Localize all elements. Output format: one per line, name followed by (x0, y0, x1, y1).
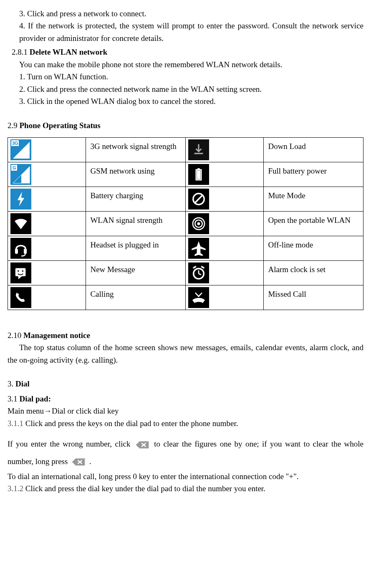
svg-marker-34 (72, 459, 85, 466)
missed-call-icon (188, 287, 209, 308)
step-4: 4. If the network is protected, the syst… (8, 20, 363, 44)
desc-cell: Alarm clock is set (264, 260, 363, 285)
svg-point-24 (22, 270, 24, 272)
heading-281-num: 2.8.1 (12, 48, 28, 56)
status-icon-table: 3G 3G network signal strength Down Load … (8, 137, 363, 310)
icon-cell (185, 236, 263, 260)
wrong-num-c: . (89, 457, 91, 466)
intl-line: To dial an international call, long pres… (8, 470, 363, 482)
icon-cell (8, 285, 86, 310)
table-row: Battery charging Mute Mode (8, 187, 363, 211)
svg-line-15 (194, 195, 202, 203)
heading-31: 3.1 Dial pad: (8, 393, 363, 405)
full-battery-icon (188, 164, 209, 185)
svg-rect-11 (197, 168, 199, 170)
section-312-num: 3.1.2 (8, 484, 23, 493)
table-row: Calling Missed Call (8, 285, 363, 310)
desc-cell: Mute Mode (264, 187, 363, 211)
section-31-lead: Main menu→Dial or click dial key (8, 405, 363, 417)
download-icon (188, 139, 209, 160)
desc-cell: GSM network using (86, 162, 186, 187)
svg-marker-13 (18, 192, 25, 206)
heading-3-num: 3. (8, 379, 13, 388)
gsm-signal-icon: G (10, 164, 31, 185)
icon-cell (8, 260, 86, 285)
heading-3-title: Dial (15, 379, 30, 388)
heading-3: 3. Dial (8, 378, 363, 390)
svg-marker-31 (136, 441, 149, 448)
section-312: 3.1.2 Click and press the dial key under… (8, 482, 363, 495)
portable-wlan-icon (188, 213, 209, 234)
svg-rect-3 (194, 153, 203, 154)
icon-cell (8, 187, 86, 211)
table-row: WLAN signal strength Open the portable W… (8, 211, 363, 236)
calling-icon (10, 287, 31, 308)
svg-marker-22 (18, 276, 22, 279)
heading-210: 2.10 Management notice (8, 329, 363, 341)
icon-cell (185, 285, 263, 310)
svg-rect-12 (197, 170, 201, 179)
desc-cell: Headset is plugged in (86, 236, 186, 260)
table-row: 3G 3G network signal strength Down Load (8, 137, 363, 162)
section-281-lead: You can make the mobile phone not store … (8, 58, 363, 71)
heading-31-num: 3.1 (8, 394, 18, 403)
svg-point-16 (197, 222, 200, 225)
heading-210-num: 2.10 (8, 331, 21, 340)
heading-31-title: Dial pad: (20, 394, 51, 403)
icon-cell (8, 236, 86, 260)
desc-cell: Open the portable WLAN (264, 211, 363, 236)
section-312-body: Click and press the dial key under the d… (25, 484, 265, 493)
mute-mode-icon (188, 189, 209, 209)
3g-signal-icon: 3G (10, 139, 31, 160)
wlan-signal-icon (10, 213, 31, 234)
heading-210-title: Management notice (23, 331, 90, 340)
headset-icon (10, 238, 31, 259)
svg-line-28 (193, 266, 196, 268)
icon-cell: G (8, 162, 86, 187)
svg-text:3G: 3G (12, 141, 18, 146)
airplane-mode-icon (188, 238, 209, 259)
new-message-icon (10, 262, 31, 283)
wrong-num-a: If you enter the wrong number, click (8, 439, 134, 448)
icon-cell (185, 137, 263, 162)
desc-cell: Down Load (264, 137, 363, 162)
section-311-body: Click and press the keys on the dial pad… (25, 419, 238, 428)
icon-cell (185, 211, 263, 236)
table-row: Headset is plugged in Off-line mode (8, 236, 363, 260)
icon-cell (185, 260, 263, 285)
svg-rect-20 (24, 249, 27, 254)
section-210-body: The top status column of the home screen… (8, 341, 363, 366)
section-281-step2: 2. Click and press the connected network… (8, 83, 363, 95)
heading-29: 2.9 Phone Operating Status (8, 119, 363, 131)
section-281-step1: 1. Turn on WLAN function. (8, 71, 363, 83)
battery-charging-icon (10, 189, 31, 209)
section-311-num: 3.1.1 (8, 419, 23, 428)
section-281-step3: 3. Click in the opened WLAN dialog box t… (8, 95, 363, 107)
wrong-number-line: If you enter the wrong number, click to … (8, 435, 363, 470)
svg-point-23 (18, 270, 19, 272)
heading-29-num: 2.9 (8, 121, 18, 130)
heading-281: 2.8.1 Delete WLAN network (8, 46, 363, 58)
desc-cell: WLAN signal strength (86, 211, 186, 236)
desc-cell: New Message (86, 260, 186, 285)
backspace-icon (71, 457, 86, 467)
desc-cell: Off-line mode (264, 236, 363, 260)
desc-cell: Calling (86, 285, 186, 310)
table-row: New Message Alarm clock is set (8, 260, 363, 285)
svg-marker-30 (197, 296, 199, 298)
svg-line-27 (199, 274, 201, 275)
svg-rect-19 (15, 249, 18, 254)
step-3: 3. Click and press a network to connect. (8, 8, 363, 20)
desc-cell: Missed Call (264, 285, 363, 310)
desc-cell: 3G network signal strength (86, 137, 186, 162)
heading-29-title: Phone Operating Status (20, 121, 101, 130)
svg-line-29 (201, 266, 204, 268)
backspace-icon (135, 440, 149, 449)
section-311: 3.1.1 Click and press the keys on the di… (8, 417, 363, 429)
icon-cell: 3G (8, 137, 86, 162)
icon-cell (8, 211, 86, 236)
svg-text:G: G (13, 165, 16, 170)
icon-cell (185, 162, 263, 187)
desc-cell: Battery charging (86, 187, 186, 211)
heading-281-title: Delete WLAN network (30, 48, 107, 56)
